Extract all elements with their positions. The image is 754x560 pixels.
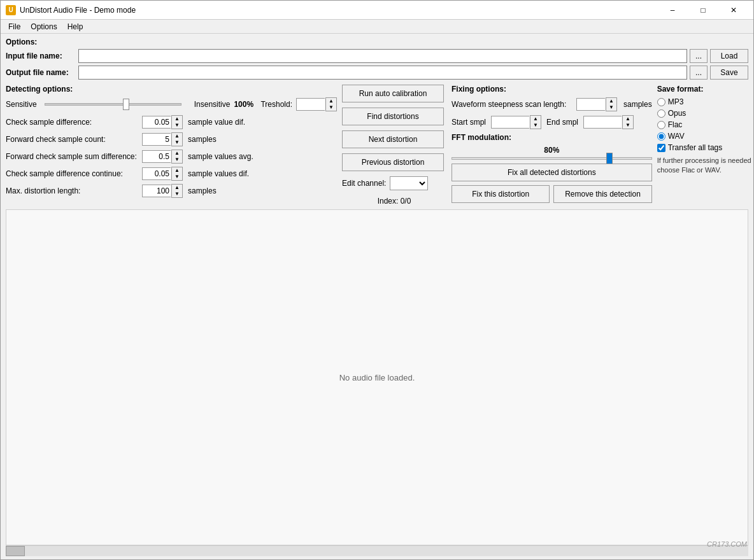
menu-help[interactable]: Help [62, 21, 89, 32]
channel-select[interactable]: Left Right [390, 176, 428, 190]
panel-middle: Run auto calibration Find distortions Ne… [337, 85, 452, 206]
output-file-row: Output file name: ... Save [6, 66, 748, 80]
param-spin-2: ▲ ▼ [171, 150, 183, 164]
edit-channel-row: Edit channel: Left Right [342, 176, 446, 190]
threshold-input[interactable]: 100 [296, 98, 325, 111]
maximize-button[interactable]: □ [688, 1, 718, 20]
waveform-spinbox: 200 ▲ ▼ [576, 97, 617, 111]
sensitive-slider[interactable] [45, 103, 181, 106]
menu-options[interactable]: Options [25, 21, 62, 32]
param-row-3: Check sample difference continue: ▲ ▼ sa… [6, 167, 337, 181]
param-spin-up-0[interactable]: ▲ [172, 116, 182, 122]
fix-remove-row: Fix this distortion Remove this detectio… [452, 185, 652, 203]
start-spin-down[interactable]: ▼ [530, 122, 541, 129]
param-input-3[interactable] [142, 167, 171, 180]
start-spin-up[interactable]: ▲ [530, 116, 541, 122]
sensitive-pct: 100% [234, 100, 257, 109]
scrollbar [6, 545, 748, 556]
param-input-2[interactable] [142, 150, 171, 163]
param-unit-0: sample value dif. [188, 118, 245, 127]
panels-row: Detecting options: Sensitive Insensitive… [6, 85, 748, 206]
end-smpl-label: End smpl [546, 118, 578, 127]
waveform-label: Waveform steepness scan length: [452, 100, 573, 109]
start-smpl-input[interactable]: Edit8 [491, 116, 529, 129]
input-file-input[interactable] [78, 49, 687, 63]
end-smpl-input[interactable]: Edit8 [583, 116, 622, 129]
fft-slider-row [452, 157, 652, 160]
waveform-input[interactable]: 200 [576, 98, 605, 111]
watermark: CR173.COM [707, 540, 747, 548]
radio-row-mp3: MP3 [657, 97, 753, 106]
param-spin-up-3[interactable]: ▲ [172, 167, 182, 174]
output-file-input[interactable] [78, 66, 687, 80]
load-button[interactable]: Load [710, 49, 748, 63]
radio-flac[interactable] [657, 121, 665, 129]
find-distortions-button[interactable]: Find distortions [342, 108, 444, 125]
param-row-4: Max. distortion length: ▲ ▼ samples [6, 184, 337, 198]
param-spin-down-0[interactable]: ▼ [172, 122, 182, 129]
smpl-row: Start smpl Edit8 ▲ ▼ End smpl Edit8 [452, 115, 652, 129]
start-smpl-label: Start smpl [452, 118, 486, 127]
param-unit-1: samples [188, 135, 217, 144]
threshold-spin-buttons: ▲ ▼ [325, 97, 337, 111]
param-spin-down-3[interactable]: ▼ [172, 174, 182, 180]
param-spin-up-4[interactable]: ▲ [172, 185, 182, 191]
scrollbar-thumb[interactable] [6, 546, 25, 556]
radio-row-flac: Flac [657, 120, 753, 129]
param-input-4[interactable] [142, 185, 171, 197]
save-button[interactable]: Save [710, 66, 748, 80]
fix-all-button[interactable]: Fix all detected distortions [452, 164, 652, 181]
start-spinbox: Edit8 ▲ ▼ [491, 115, 541, 129]
param-spin-down-1[interactable]: ▼ [172, 139, 182, 146]
waveform-spin-up[interactable]: ▲ [606, 98, 616, 104]
remove-detection-button[interactable]: Remove this detection [553, 185, 651, 203]
title-controls: – □ ✕ [658, 1, 748, 20]
prev-distortion-button[interactable]: Previous distortion [342, 153, 444, 171]
param-spin-down-4[interactable]: ▼ [172, 191, 182, 197]
minimize-button[interactable]: – [658, 1, 687, 20]
panel-detecting: Detecting options: Sensitive Insensitive… [6, 85, 337, 206]
param-spinbox-4: ▲ ▼ [142, 184, 183, 198]
radio-wav[interactable] [657, 132, 665, 141]
radio-mp3[interactable] [657, 98, 665, 106]
fft-slider[interactable] [452, 157, 652, 160]
param-input-0[interactable] [142, 116, 171, 129]
threshold-label: Treshold: [260, 100, 292, 109]
menu-file[interactable]: File [3, 21, 25, 32]
param-label-1: Forward check sample count: [6, 135, 139, 144]
panel-fixing: Fixing options: Waveform steepness scan … [452, 85, 652, 206]
threshold-spin-up[interactable]: ▲ [326, 98, 336, 104]
param-spin-down-2[interactable]: ▼ [172, 157, 182, 163]
main-content: Options: Input file name: ... Load Outpu… [1, 34, 753, 559]
no-audio-label: No audio file loaded. [339, 373, 415, 382]
index-label: Index: 0/0 [342, 197, 446, 206]
input-browse-button[interactable]: ... [690, 49, 708, 63]
next-distortion-button[interactable]: Next distortion [342, 130, 444, 148]
param-row-0: Check sample difference: ▲ ▼ sample valu… [6, 115, 337, 129]
transfer-tags-checkbox[interactable] [657, 144, 665, 152]
param-spin-1: ▲ ▼ [171, 132, 183, 146]
threshold-spin-down[interactable]: ▼ [326, 104, 336, 111]
start-spin-buttons: ▲ ▼ [530, 115, 541, 129]
end-spin-down[interactable]: ▼ [623, 122, 633, 129]
input-file-label: Input file name: [6, 52, 76, 60]
close-button[interactable]: ✕ [719, 1, 748, 20]
panel-save: Save format: MP3 Opus Flac [657, 85, 753, 206]
param-spin-4: ▲ ▼ [171, 184, 183, 198]
param-spin-up-2[interactable]: ▲ [172, 150, 182, 157]
save-info-text: If further processing is needed choose F… [657, 156, 753, 176]
end-spinbox: Edit8 ▲ ▼ [583, 115, 634, 129]
waveform-spin-down[interactable]: ▼ [606, 104, 616, 111]
scrollbar-track[interactable] [6, 546, 748, 556]
param-spin-up-1[interactable]: ▲ [172, 133, 182, 139]
output-browse-button[interactable]: ... [690, 66, 708, 80]
radio-opus[interactable] [657, 109, 665, 118]
fix-this-button[interactable]: Fix this distortion [452, 185, 550, 203]
end-spin-up[interactable]: ▲ [623, 116, 633, 122]
param-input-1[interactable] [142, 133, 171, 146]
calibration-button[interactable]: Run auto calibration [342, 85, 444, 102]
title-bar: U UnDistort Audio File - Demo mode – □ ✕ [1, 1, 753, 20]
radio-label-flac: Flac [668, 120, 683, 129]
param-spinbox-1: ▲ ▼ [142, 132, 183, 146]
sensitive-label: Sensitive [6, 100, 41, 109]
